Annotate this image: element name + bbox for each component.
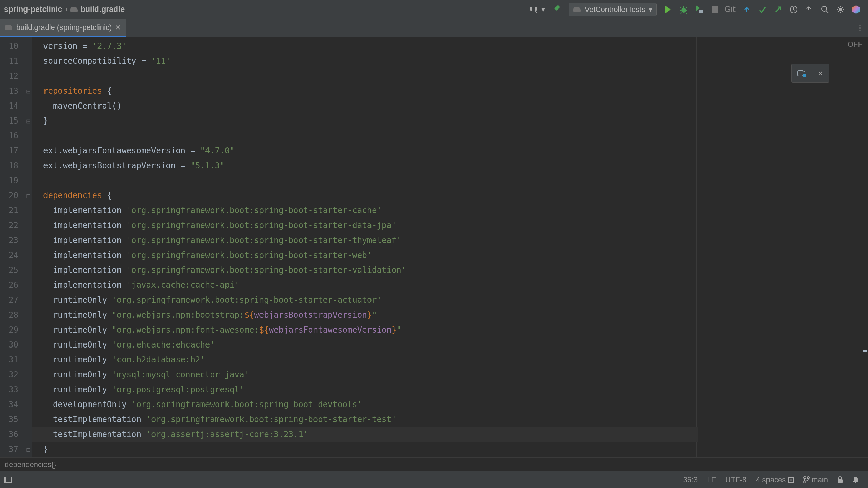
code-line[interactable]: runtimeOnly 'mysql:mysql-connector-java' bbox=[43, 367, 868, 382]
line-number[interactable]: 36 bbox=[0, 427, 32, 442]
file-encoding[interactable]: UTF-8 bbox=[725, 475, 746, 484]
indent-setting[interactable]: 4 spaces bbox=[756, 475, 794, 484]
fold-open-icon[interactable]: ⊟ bbox=[26, 193, 31, 199]
svg-rect-1 bbox=[712, 6, 718, 13]
line-number[interactable]: 34 bbox=[0, 397, 32, 412]
line-number[interactable]: 24 bbox=[0, 248, 32, 263]
git-update-button[interactable] bbox=[741, 3, 753, 16]
cursor-position[interactable]: 36:3 bbox=[683, 475, 698, 484]
code-line[interactable]: runtimeOnly "org.webjars.npm:font-awesom… bbox=[43, 322, 868, 337]
code-line[interactable] bbox=[43, 128, 868, 143]
code-line[interactable]: sourceCompatibility = '11' bbox=[43, 54, 868, 69]
code-line[interactable] bbox=[43, 69, 868, 83]
close-tab-icon[interactable]: ✕ bbox=[115, 23, 121, 32]
breadcrumb-project[interactable]: spring-petclinic bbox=[4, 5, 62, 14]
code-line[interactable]: mavenCentral() bbox=[43, 98, 868, 113]
settings-gear-icon[interactable] bbox=[834, 3, 847, 16]
search-everywhere-button[interactable] bbox=[819, 3, 831, 16]
code-line[interactable]: implementation 'org.springframework.boot… bbox=[43, 263, 868, 278]
code-line[interactable] bbox=[43, 173, 868, 188]
code-line[interactable]: repositories { bbox=[43, 83, 868, 98]
structure-breadcrumb[interactable]: dependencies{} bbox=[0, 457, 868, 471]
line-number[interactable]: 23 bbox=[0, 233, 32, 248]
line-number[interactable]: 12 bbox=[0, 69, 32, 83]
git-branch-widget[interactable]: main bbox=[803, 475, 828, 484]
code-line[interactable]: ext.webjarsFontawesomeVersion = "4.7.0" bbox=[43, 143, 868, 158]
code-line[interactable]: testImplementation 'org.assertj:assertj-… bbox=[32, 427, 698, 442]
code-line[interactable]: implementation 'org.springframework.boot… bbox=[43, 233, 868, 248]
stop-button[interactable] bbox=[709, 3, 721, 16]
line-number[interactable]: 11 bbox=[0, 54, 32, 69]
git-history-button[interactable] bbox=[788, 3, 800, 16]
code-area[interactable]: version = '2.7.3'sourceCompatibility = '… bbox=[32, 37, 868, 471]
tabs-more-icon[interactable]: ⋮ bbox=[856, 23, 864, 33]
git-push-button[interactable] bbox=[772, 3, 784, 16]
run-coverage-button[interactable] bbox=[693, 3, 705, 16]
tool-window-toggle-icon[interactable] bbox=[4, 477, 12, 483]
dropdown-chevron-icon[interactable]: ▾ bbox=[541, 5, 545, 14]
crumb-label: dependencies{} bbox=[5, 460, 56, 469]
run-button[interactable] bbox=[662, 3, 674, 16]
code-line[interactable]: testImplementation 'org.springframework.… bbox=[43, 412, 868, 427]
line-number[interactable]: 32 bbox=[0, 367, 32, 382]
line-number[interactable]: 17 bbox=[0, 143, 32, 158]
line-number[interactable]: 33 bbox=[0, 382, 32, 397]
line-number[interactable]: 35 bbox=[0, 412, 32, 427]
fold-open-icon[interactable]: ⊟ bbox=[26, 88, 31, 95]
svg-point-15 bbox=[855, 482, 856, 483]
code-line[interactable]: implementation 'org.springframework.boot… bbox=[43, 248, 868, 263]
code-line[interactable]: implementation 'org.springframework.boot… bbox=[43, 218, 868, 233]
run-configuration-dropdown[interactable]: VetControllerTests ▾ bbox=[569, 3, 657, 16]
git-rollback-button[interactable] bbox=[803, 3, 815, 16]
code-line[interactable]: version = '2.7.3' bbox=[43, 39, 868, 54]
line-number[interactable]: 27 bbox=[0, 293, 32, 307]
svg-rect-14 bbox=[838, 479, 843, 483]
code-line[interactable]: dependencies { bbox=[43, 188, 868, 203]
code-line[interactable]: ext.webjarsBootstrapVersion = "5.1.3" bbox=[43, 158, 868, 173]
tab-label: build.gradle (spring-petclinic) bbox=[16, 23, 112, 32]
build-hammer-icon[interactable] bbox=[551, 3, 564, 16]
code-line[interactable]: runtimeOnly 'org.springframework.boot:sp… bbox=[43, 293, 868, 307]
code-line[interactable]: developmentOnly 'org.springframework.boo… bbox=[43, 397, 868, 412]
line-number[interactable]: 14 bbox=[0, 98, 32, 113]
git-commit-button[interactable] bbox=[756, 3, 768, 16]
code-line[interactable]: runtimeOnly "org.webjars.npm:bootstrap:$… bbox=[43, 307, 868, 322]
line-number[interactable]: 18 bbox=[0, 158, 32, 173]
code-with-me-icon[interactable] bbox=[527, 3, 540, 16]
line-separator[interactable]: LF bbox=[707, 475, 716, 484]
line-number[interactable]: 19 bbox=[0, 173, 32, 188]
code-line[interactable]: } bbox=[43, 442, 868, 457]
line-number[interactable]: 29 bbox=[0, 322, 32, 337]
chevron-down-icon: ▾ bbox=[649, 5, 652, 14]
svg-point-4 bbox=[839, 8, 842, 11]
line-number[interactable]: 25 bbox=[0, 263, 32, 278]
editor-tab[interactable]: build.gradle (spring-petclinic) ✕ bbox=[0, 19, 126, 37]
svg-point-12 bbox=[807, 477, 809, 479]
line-number[interactable]: 28 bbox=[0, 307, 32, 322]
jetbrains-toolbox-icon[interactable] bbox=[850, 3, 862, 16]
fold-close-icon[interactable]: ⊟ bbox=[26, 447, 31, 453]
code-line[interactable]: implementation 'javax.cache:cache-api' bbox=[43, 278, 868, 293]
line-number[interactable]: 16 bbox=[0, 128, 32, 143]
line-number[interactable]: 31 bbox=[0, 352, 32, 367]
fold-close-icon[interactable]: ⊟ bbox=[26, 118, 31, 125]
line-number[interactable]: 22 bbox=[0, 218, 32, 233]
code-line[interactable]: runtimeOnly 'org.ehcache:ehcache' bbox=[43, 337, 868, 352]
line-number[interactable]: 26 bbox=[0, 278, 32, 293]
line-number[interactable]: 30 bbox=[0, 337, 32, 352]
debug-button[interactable] bbox=[677, 3, 690, 16]
line-number[interactable]: 10 bbox=[0, 39, 32, 54]
code-line[interactable]: runtimeOnly 'org.postgresql:postgresql' bbox=[43, 382, 868, 397]
code-line[interactable]: implementation 'org.springframework.boot… bbox=[43, 203, 868, 218]
notifications-icon[interactable] bbox=[852, 476, 859, 484]
gutter[interactable]: 10111213⊟1415⊟1617181920⊟212223242526272… bbox=[0, 37, 32, 471]
gradle-icon bbox=[573, 6, 581, 13]
breadcrumb-file[interactable]: build.gradle bbox=[70, 5, 125, 14]
code-line[interactable]: } bbox=[43, 113, 868, 128]
line-number[interactable]: 21 bbox=[0, 203, 32, 218]
svg-rect-8 bbox=[4, 477, 6, 483]
gradle-icon bbox=[5, 24, 13, 31]
code-line[interactable]: runtimeOnly 'com.h2database:h2' bbox=[43, 352, 868, 367]
readonly-lock-icon[interactable] bbox=[837, 476, 843, 483]
scrollbar-marker[interactable] bbox=[863, 350, 867, 352]
